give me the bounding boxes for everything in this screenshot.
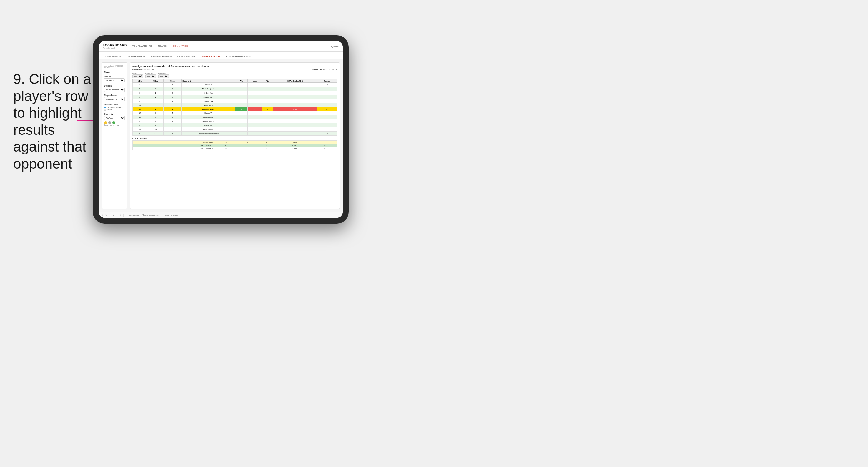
- ood-row-naia1[interactable]: NAIA Division 1 15 0 0 9.267 30: [133, 144, 337, 147]
- gender-section: Gender Women's: [104, 75, 125, 83]
- view-original-button[interactable]: 👁 View: Original: [126, 214, 139, 216]
- player-rank-label: Player (Rank): [104, 94, 125, 96]
- left-panel: Last Updated: 27/03/2024 16:55:28 Player…: [101, 62, 127, 209]
- watch-icon: 👁: [161, 214, 163, 216]
- dot-labels: Down Level Up: [104, 124, 125, 126]
- conference-label: Conference: [145, 72, 156, 74]
- opponent-view-section: Opponent view Opponents Played Top 100: [104, 103, 125, 111]
- save-custom-icon: 💾: [142, 214, 144, 216]
- save-custom-view-button[interactable]: 💾 Save Custom View: [142, 214, 159, 216]
- division-section: Division NCAA Division III: [104, 85, 125, 92]
- redo-icon[interactable]: ↻: [105, 214, 107, 216]
- gender-label: Gender: [104, 75, 125, 77]
- label-level: Level: [110, 124, 113, 126]
- region-select[interactable]: (All): [132, 74, 143, 78]
- logo: SCOREBOARD Powered by clippd: [103, 44, 127, 49]
- table-row[interactable]: 19106 Emily Chang ⋯: [133, 127, 337, 131]
- radio-circle-opponents: [104, 106, 106, 108]
- tab-player-h2h-heatmap[interactable]: PLAYER H2H HEATMAP: [224, 55, 253, 59]
- sub-nav: TEAM SUMMARY TEAM H2H GRID TEAM H2H HEAT…: [99, 52, 343, 59]
- nav-teams[interactable]: TEAMS: [158, 43, 166, 49]
- table-row[interactable]: 20117 Federica Domecq Lacroze ⋯: [133, 131, 337, 136]
- table-row[interactable]: 1063 Andrea York ⋯: [133, 99, 337, 103]
- table-row[interactable]: 1585 Stella Cheng ⋯: [133, 115, 337, 119]
- grid-title: Katelyn Vo Head-to-Head Grid for Women's…: [132, 65, 337, 68]
- view-icon: 👁: [126, 214, 128, 216]
- table-row[interactable]: 12 Heejo Hyun ⋯: [133, 103, 337, 107]
- nav-bar: SCOREBOARD Powered by clippd TOURNAMENTS…: [99, 41, 343, 52]
- toolbar-divider-2: [123, 214, 124, 217]
- region-label: Region: [132, 72, 143, 74]
- col-opponent: Opponent: [182, 80, 236, 83]
- col-tie: Tie: [262, 80, 273, 83]
- table-row[interactable]: 914 Sharon Mun ⋯: [133, 95, 337, 99]
- nav-tournaments[interactable]: TOURNAMENTS: [132, 43, 152, 49]
- filter-opponent: Opponent (All): [158, 72, 169, 78]
- dot-down: [104, 121, 107, 124]
- player-label: Player: [104, 71, 125, 73]
- nav-committee[interactable]: COMMITTEE: [173, 43, 188, 49]
- tab-player-h2h-grid[interactable]: PLAYER H2H GRID: [199, 55, 224, 59]
- toolbar-divider: [117, 214, 117, 217]
- reset-icon[interactable]: ↺: [120, 214, 121, 216]
- toolbar: ↺ ↻ ↷ ⊕ ↺ 👁 View: Original 💾 Save Custom…: [99, 212, 343, 218]
- tab-team-summary[interactable]: TEAM SUMMARY: [103, 55, 125, 59]
- table-row[interactable]: 182 Euna Lee ⋯: [133, 123, 337, 127]
- save-icon[interactable]: ↷: [109, 214, 111, 216]
- copy-icon[interactable]: ⊕: [113, 214, 115, 216]
- col-conf: # Conf: [164, 80, 182, 83]
- table-row[interactable]: 1474 Eunice Yi ⋯: [133, 111, 337, 115]
- filters-row: Region (All) Conference (All) Opponent: [132, 72, 337, 78]
- table-row[interactable]: 31 Esther Lee ⋯: [133, 83, 337, 87]
- col-div: # Div: [133, 80, 147, 83]
- filter-region: Region (All): [132, 72, 143, 78]
- radio-circle-top100: [104, 109, 106, 111]
- col-reg: # Reg: [147, 80, 164, 83]
- main-content: Last Updated: 27/03/2024 16:55:28 Player…: [99, 59, 343, 212]
- table-row[interactable]: 613 Sydney Kuo ⋯: [133, 91, 337, 95]
- h2h-table: # Div # Reg # Conf Opponent Win Loss Tie…: [132, 79, 337, 136]
- conference-select[interactable]: (All): [145, 74, 156, 78]
- ood-table: Foreign Team 1 0 0 4.500 2 NAIA Division…: [132, 141, 337, 150]
- tab-team-h2h-heatmap[interactable]: TEAM H2H HEATMAP: [147, 55, 174, 59]
- player-section: Player: [104, 71, 125, 73]
- player-rank-select[interactable]: 8. Katelyn Vo: [104, 97, 125, 101]
- opponent-label: Opponent: [158, 72, 169, 74]
- opponent-view-label: Opponent view: [104, 103, 125, 106]
- colour-select[interactable]: Win/loss: [104, 116, 125, 120]
- opponent-select[interactable]: (All): [158, 74, 169, 78]
- radio-top100[interactable]: Top 100: [104, 109, 125, 111]
- out-of-division-label: Out of division: [132, 137, 337, 139]
- radio-opponents-played[interactable]: Opponents Played: [104, 106, 125, 108]
- table-row-highlighted[interactable]: 1311 Jessica Huang 0 1 0 -3.00 2: [133, 107, 337, 111]
- col-loss: Loss: [247, 80, 262, 83]
- filter-conference: Conference (All): [145, 72, 156, 78]
- gender-select[interactable]: Women's: [104, 78, 125, 83]
- ood-row-foreign[interactable]: Foreign Team 1 0 0 4.500 2: [133, 141, 337, 144]
- tab-team-h2h-grid[interactable]: TEAM H2H GRID: [125, 55, 147, 59]
- record-row: Overall Record: 353 - 34 - 6 Division Re…: [132, 68, 337, 71]
- table-header-row: # Div # Reg # Conf Opponent Win Loss Tie…: [133, 80, 337, 83]
- ood-row-ncaa2[interactable]: NCAA Division 2 5 0 0 7.400 10: [133, 147, 337, 150]
- table-row[interactable]: 522 Alexis Sudjianto ⋯: [133, 87, 337, 91]
- sign-out-button[interactable]: Sign out: [330, 45, 339, 48]
- label-down: Down: [104, 124, 107, 126]
- table-row[interactable]: 1691 Jessica Mason ⋯: [133, 119, 337, 123]
- division-select[interactable]: NCAA Division III: [104, 88, 125, 92]
- tab-player-summary[interactable]: PLAYER SUMMARY: [174, 55, 199, 59]
- undo-icon[interactable]: ↺: [101, 214, 103, 216]
- share-icon: ↗: [171, 214, 173, 216]
- nav-items: TOURNAMENTS TEAMS COMMITTEE: [132, 43, 330, 49]
- colour-section: Colour by Win/loss Down Level Up: [104, 113, 125, 126]
- share-button[interactable]: ↗ Share: [171, 214, 178, 216]
- col-win: Win: [235, 80, 247, 83]
- tablet-frame: SCOREBOARD Powered by clippd TOURNAMENTS…: [93, 35, 349, 224]
- division-record: Division Record: 331 - 34 - 6: [312, 68, 337, 71]
- right-panel: Katelyn Vo Head-to-Head Grid for Women's…: [130, 62, 340, 209]
- col-rounds: Rounds: [317, 80, 337, 83]
- logo-text: SCOREBOARD: [103, 44, 127, 47]
- watch-button[interactable]: 👁 Watch: [161, 214, 168, 216]
- logo-sub: Powered by clippd: [103, 47, 127, 49]
- last-updated: Last Updated: 27/03/2024 16:55:28: [104, 65, 125, 68]
- col-diff: Diff Av Strokes/Rnd: [273, 80, 317, 83]
